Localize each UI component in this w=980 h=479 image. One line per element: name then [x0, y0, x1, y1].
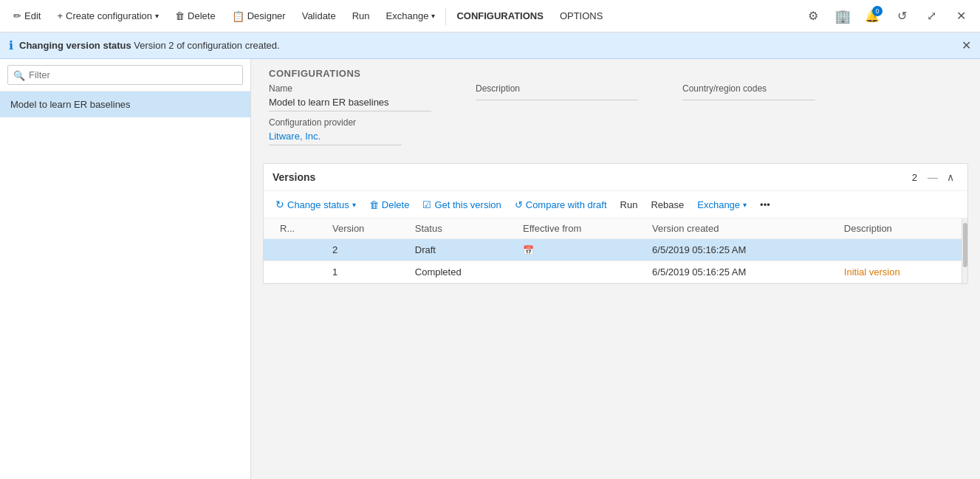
cell-description: Initial version — [837, 261, 962, 283]
cell-effective — [515, 261, 645, 283]
drag-handle — [264, 239, 273, 261]
versions-delete-btn[interactable]: 🗑 Delete — [363, 196, 416, 213]
validate-button[interactable]: Validate — [295, 6, 343, 26]
cell-description — [837, 239, 962, 261]
sidebar: 🔍 Model to learn ER baselines — [0, 59, 251, 479]
versions-body: R... Version Status Effective from — [264, 218, 967, 283]
compare-draft-icon: ↺ — [515, 199, 523, 210]
cell-version: 2 — [325, 239, 408, 261]
scrollbar-thumb — [963, 223, 967, 267]
cell-status: Draft — [408, 239, 515, 261]
search-icon: 🔍 — [13, 69, 25, 80]
col-drag-header — [264, 218, 273, 239]
cell-version: 1 — [325, 261, 408, 283]
delete-icon: 🗑 — [175, 10, 185, 21]
plus-icon: + — [57, 10, 63, 21]
provider-field: Configuration provider Litware, Inc. — [269, 117, 402, 145]
config-section-header: CONFIGURATIONS — [251, 59, 980, 83]
versions-run-btn[interactable]: Run — [614, 196, 644, 213]
table-row[interactable]: 2 Draft 📅 6/5/2019 05:16:25 AM — [264, 239, 962, 261]
cell-status: Completed — [408, 261, 515, 283]
top-nav: ✏ Edit + Create configuration ▾ 🗑 Delete… — [0, 0, 980, 32]
table-row[interactable]: 1 Completed 6/5/2019 05:16:25 AM — [264, 261, 962, 283]
filter-box: 🔍 — [0, 59, 250, 92]
versions-expand-button[interactable]: ∧ — [942, 170, 959, 185]
exchange-chevron-icon: ▾ — [431, 12, 435, 20]
search-input[interactable] — [7, 65, 243, 85]
cell-effective: 📅 — [515, 239, 645, 261]
versions-header: Versions 2 — ∧ — [264, 164, 967, 191]
versions-toolbar: ↻ Change status ▾ 🗑 Delete ☑ Get this ve… — [264, 191, 967, 218]
alert-bar: ℹ Changing version status Version 2 of c… — [0, 32, 980, 59]
cell-r — [273, 261, 325, 283]
office-icon-btn[interactable]: 🏢 — [829, 3, 856, 30]
get-version-icon: ☑ — [422, 199, 431, 210]
change-status-icon: ↻ — [275, 199, 284, 210]
compare-draft-btn[interactable]: ↺ Compare with draft — [509, 196, 613, 213]
versions-rebase-btn[interactable]: Rebase — [645, 196, 690, 213]
drag-handle — [264, 261, 273, 283]
col-version-header: Version — [325, 218, 408, 239]
name-field: Name Model to learn ER baselines — [269, 83, 431, 111]
notification-icon-btn[interactable]: 🔔 0 — [859, 3, 885, 30]
sidebar-item-model[interactable]: Model to learn ER baselines — [0, 92, 250, 117]
col-description-header: Description — [837, 218, 962, 239]
alert-close-button[interactable]: ✕ — [962, 38, 971, 52]
close-icon-btn[interactable]: ✕ — [948, 3, 974, 30]
create-config-button[interactable]: + Create configuration ▾ — [49, 6, 166, 26]
description-field: Description — [476, 83, 638, 111]
get-version-btn[interactable]: ☑ Get this version — [417, 196, 507, 213]
vertical-scrollbar[interactable] — [962, 218, 967, 283]
versions-more-btn[interactable]: ••• — [754, 196, 776, 213]
options-nav-button[interactable]: OPTIONS — [552, 6, 611, 26]
settings-icon-btn[interactable]: ⚙ — [800, 3, 826, 30]
versions-panel: Versions 2 — ∧ ↻ Change status ▾ 🗑 Delet… — [263, 163, 968, 284]
change-status-btn[interactable]: ↻ Change status ▾ — [270, 196, 362, 213]
cell-created: 6/5/2019 05:16:25 AM — [645, 261, 837, 283]
col-created-header: Version created — [645, 218, 837, 239]
notification-badge: 0 — [872, 6, 883, 16]
refresh-icon-btn[interactable]: ↺ — [888, 3, 915, 30]
alert-text: Changing version status Version 2 of con… — [19, 40, 280, 51]
versions-delete-icon: 🗑 — [369, 199, 379, 210]
content-area: CONFIGURATIONS Name Model to learn ER ba… — [251, 59, 980, 479]
designer-button[interactable]: 📋 Designer — [225, 6, 293, 27]
versions-exchange-btn[interactable]: Exchange ▾ — [691, 196, 753, 213]
alert-info-icon: ℹ — [9, 38, 13, 52]
col-status-header: Status — [408, 218, 515, 239]
run-button[interactable]: Run — [345, 6, 377, 26]
col-r-header: R... — [273, 218, 325, 239]
col-effective-header: Effective from — [515, 218, 645, 239]
designer-icon: 📋 — [232, 10, 244, 22]
exchange-button[interactable]: Exchange ▾ — [379, 6, 443, 26]
country-field: Country/region codes — [682, 83, 815, 111]
versions-collapse-button[interactable]: — — [923, 170, 942, 185]
versions-table-wrap: R... Version Status Effective from — [264, 218, 962, 283]
cell-created: 6/5/2019 05:16:25 AM — [645, 239, 837, 261]
config-row1: Name Model to learn ER baselines Descrip… — [251, 83, 980, 117]
exchange-dropdown-icon: ▾ — [743, 201, 747, 209]
change-status-chevron-icon: ▾ — [352, 201, 356, 209]
versions-table: R... Version Status Effective from — [264, 218, 962, 283]
delete-button[interactable]: 🗑 Delete — [168, 6, 223, 26]
nav-separator — [445, 7, 446, 25]
main-area: 🔍 Model to learn ER baselines CONFIGURAT… — [0, 59, 980, 479]
edit-icon: ✏ — [13, 10, 21, 21]
top-nav-right: ⚙ 🏢 🔔 0 ↺ ⤢ ✕ — [800, 3, 974, 30]
configurations-nav-button[interactable]: CONFIGURATIONS — [449, 6, 550, 26]
cell-r — [273, 239, 325, 261]
edit-button[interactable]: ✏ Edit — [6, 6, 48, 26]
dropdown-chevron-icon: ▾ — [155, 12, 159, 20]
expand-icon-btn[interactable]: ⤢ — [918, 3, 945, 30]
config-row2: Configuration provider Litware, Inc. — [251, 117, 980, 157]
